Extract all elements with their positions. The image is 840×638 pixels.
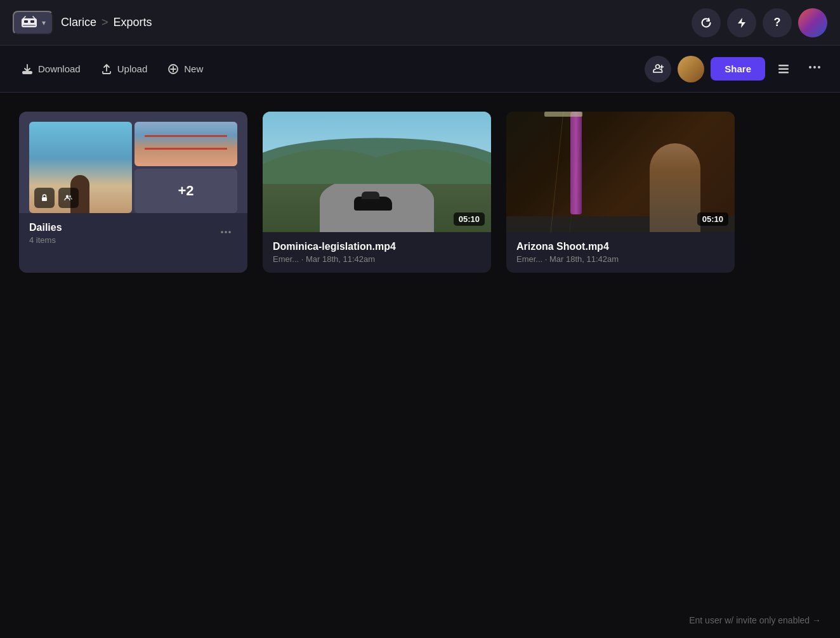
svg-point-15 [818, 66, 820, 68]
add-member-icon [652, 63, 664, 75]
main-content: +2 Dailies 4 items [0, 93, 840, 292]
video-card-info-dominica: Dominica-legislation.mp4 Emer... · Mar 1… [263, 232, 491, 273]
upload-icon [101, 63, 112, 75]
svg-rect-2 [30, 20, 34, 23]
user-avatar-image [798, 8, 827, 37]
toolbar-right: Share [645, 55, 827, 83]
lightning-button[interactable] [727, 8, 756, 37]
chevron-down-icon: ▾ [42, 18, 46, 27]
bottom-status: Ent user w/ invite only enabled → [689, 615, 821, 625]
folder-thumbnail: +2 [19, 112, 247, 213]
svg-rect-10 [778, 65, 789, 67]
video-subtitle-dominica: Emer... · Mar 18th, 11:42am [273, 254, 396, 264]
svg-marker-6 [738, 18, 745, 28]
download-label: Download [38, 63, 81, 74]
folder-title: Dailies [29, 222, 62, 233]
folder-extra-count: +2 [135, 169, 237, 213]
toolbar: Download Upload New [0, 46, 840, 93]
video-card-info-arizona: Arizona Shoot.mp4 Emer... · Mar 18th, 11… [506, 232, 735, 273]
help-button[interactable]: ? [763, 8, 792, 37]
svg-point-13 [809, 66, 811, 68]
svg-rect-1 [24, 20, 28, 23]
collaborator-avatar [678, 56, 704, 82]
logo-icon [20, 16, 38, 30]
more-options-icon [807, 60, 822, 75]
lightning-icon [735, 16, 748, 29]
svg-rect-11 [778, 68, 789, 70]
bridge-image [135, 122, 237, 166]
video-duration-dominica: 05:10 [454, 212, 485, 226]
folder-preview-image-2 [135, 122, 237, 166]
share-label: Share [725, 63, 751, 74]
svg-point-9 [656, 65, 660, 68]
racing-car [354, 197, 392, 211]
refresh-button[interactable] [692, 8, 721, 37]
refresh-icon [700, 16, 712, 29]
svg-rect-3 [23, 25, 36, 26]
video-thumbnail-arizona: 05:10 [506, 112, 735, 232]
folder-card-text: Dailies 4 items [29, 222, 62, 245]
video-title-arizona: Arizona Shoot.mp4 [516, 241, 619, 252]
share-button[interactable]: Share [711, 57, 765, 81]
logo-button[interactable]: ▾ [13, 11, 53, 35]
folder-more-icon [220, 226, 232, 238]
upload-button[interactable]: Upload [92, 58, 157, 80]
top-nav: ▾ Clarice > Exports ? [0, 0, 840, 46]
new-button[interactable]: New [159, 58, 212, 80]
help-icon: ? [774, 16, 781, 29]
breadcrumb-separator: > [102, 16, 108, 29]
more-options-button[interactable] [802, 55, 827, 83]
svg-point-14 [813, 66, 816, 68]
svg-point-18 [69, 195, 71, 197]
upload-label: Upload [117, 63, 148, 74]
list-view-icon [777, 62, 791, 76]
top-nav-right: ? [692, 8, 827, 37]
video-card-dominica[interactable]: 05:10 Dominica-legislation.mp4 Emer... ·… [263, 112, 491, 273]
download-icon [22, 63, 33, 75]
folder-image-main [29, 122, 132, 213]
collaborator-avatar-image [678, 56, 704, 82]
svg-point-20 [225, 231, 227, 233]
video-subtitle-arizona: Emer... · Mar 18th, 11:42am [516, 254, 619, 264]
video-card-arizona[interactable]: 05:10 Arizona Shoot.mp4 Emer... · Mar 18… [506, 112, 735, 273]
toolbar-left: Download Upload New [13, 58, 645, 80]
add-member-button[interactable] [645, 56, 671, 82]
folder-card-dailies[interactable]: +2 Dailies 4 items [19, 112, 247, 273]
svg-rect-16 [42, 197, 47, 201]
svg-point-17 [66, 195, 69, 198]
svg-line-5 [33, 16, 35, 18]
video-title-dominica: Dominica-legislation.mp4 [273, 241, 396, 252]
svg-point-21 [228, 231, 231, 233]
new-icon [167, 63, 179, 75]
download-button[interactable]: Download [13, 58, 89, 80]
video-duration-arizona: 05:10 [697, 212, 728, 226]
breadcrumb-current: Exports [114, 16, 152, 29]
members-icon [58, 188, 79, 208]
svg-rect-27 [544, 112, 582, 117]
video-thumbnail-dominica: 05:10 [263, 112, 491, 232]
svg-rect-12 [778, 72, 789, 74]
racing-sky [263, 112, 491, 184]
list-view-button[interactable] [771, 57, 796, 81]
svg-point-19 [221, 231, 223, 233]
new-label: New [184, 63, 203, 74]
lock-icon [34, 188, 55, 208]
video-card-text-arizona: Arizona Shoot.mp4 Emer... · Mar 18th, 11… [516, 241, 619, 264]
status-text: Ent user w/ invite only enabled → [689, 615, 821, 625]
folder-subtitle: 4 items [29, 235, 62, 245]
folder-card-info: Dailies 4 items [19, 213, 247, 254]
folder-more-button[interactable] [214, 223, 237, 244]
top-nav-left: ▾ Clarice > Exports [13, 11, 152, 35]
user-avatar-button[interactable] [798, 8, 827, 37]
svg-line-4 [23, 16, 25, 18]
folder-right-column: +2 [135, 122, 237, 213]
breadcrumb-root[interactable]: Clarice [61, 16, 96, 29]
breadcrumb: Clarice > Exports [61, 16, 152, 29]
video-card-text-dominica: Dominica-legislation.mp4 Emer... · Mar 1… [273, 241, 396, 264]
